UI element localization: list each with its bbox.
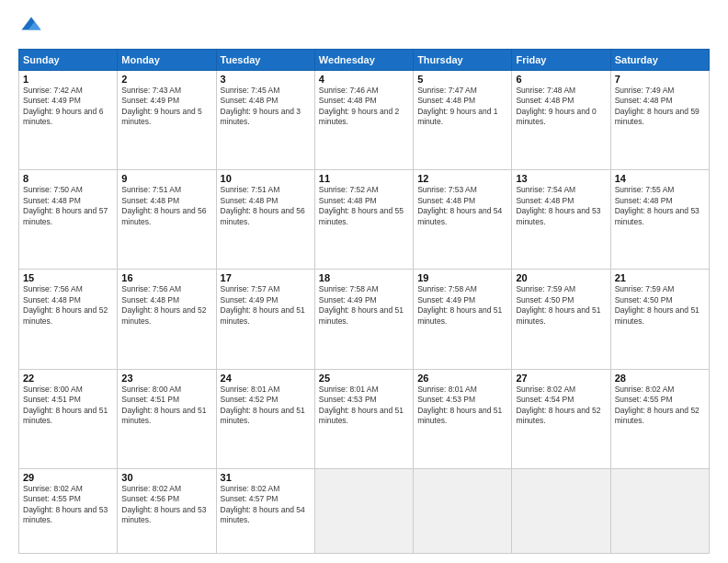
day-info: Sunrise: 8:02 AM Sunset: 4:56 PM Dayligh… (121, 484, 211, 526)
day-info: Sunrise: 8:02 AM Sunset: 4:55 PM Dayligh… (23, 484, 113, 526)
calendar-cell: 7 Sunrise: 7:49 AM Sunset: 4:48 PM Dayli… (610, 71, 709, 170)
day-info: Sunrise: 7:50 AM Sunset: 4:48 PM Dayligh… (23, 185, 113, 227)
day-info: Sunrise: 7:59 AM Sunset: 4:50 PM Dayligh… (615, 284, 705, 327)
day-number: 14 (615, 173, 705, 184)
calendar-cell: 25 Sunrise: 8:01 AM Sunset: 4:53 PM Dayl… (314, 369, 413, 468)
calendar-cell: 3 Sunrise: 7:45 AM Sunset: 4:48 PM Dayli… (216, 71, 314, 170)
day-number: 11 (319, 173, 409, 184)
calendar-cell: 1 Sunrise: 7:42 AM Sunset: 4:49 PM Dayli… (19, 71, 118, 170)
calendar-cell: 11 Sunrise: 7:52 AM Sunset: 4:48 PM Dayl… (314, 170, 413, 270)
calendar-week-row: 22 Sunrise: 8:00 AM Sunset: 4:51 PM Dayl… (19, 369, 710, 468)
day-info: Sunrise: 8:00 AM Sunset: 4:51 PM Dayligh… (121, 385, 211, 427)
calendar-cell: 9 Sunrise: 7:51 AM Sunset: 4:48 PM Dayli… (118, 170, 216, 270)
day-info: Sunrise: 7:55 AM Sunset: 4:48 PM Dayligh… (615, 185, 705, 227)
calendar-cell (512, 468, 610, 553)
day-info: Sunrise: 8:01 AM Sunset: 4:52 PM Dayligh… (221, 385, 311, 427)
calendar-cell: 16 Sunrise: 7:56 AM Sunset: 4:48 PM Dayl… (118, 270, 216, 369)
calendar-cell: 21 Sunrise: 7:59 AM Sunset: 4:50 PM Dayl… (610, 270, 709, 369)
day-info: Sunrise: 8:02 AM Sunset: 4:57 PM Dayligh… (221, 484, 311, 526)
day-info: Sunrise: 7:58 AM Sunset: 4:49 PM Dayligh… (319, 284, 409, 327)
day-number: 27 (516, 373, 606, 384)
calendar-cell: 14 Sunrise: 7:55 AM Sunset: 4:48 PM Dayl… (610, 170, 709, 270)
day-info: Sunrise: 7:54 AM Sunset: 4:48 PM Dayligh… (516, 185, 606, 227)
day-info: Sunrise: 7:42 AM Sunset: 4:49 PM Dayligh… (23, 86, 113, 128)
day-info: Sunrise: 8:01 AM Sunset: 4:53 PM Dayligh… (319, 385, 409, 427)
calendar-cell: 24 Sunrise: 8:01 AM Sunset: 4:52 PM Dayl… (216, 369, 314, 468)
day-number: 20 (516, 272, 606, 283)
day-number: 18 (319, 272, 409, 283)
calendar-cell: 28 Sunrise: 8:02 AM Sunset: 4:55 PM Dayl… (610, 369, 709, 468)
calendar-day-header: Friday (512, 50, 610, 71)
day-number: 10 (221, 173, 311, 184)
day-info: Sunrise: 8:00 AM Sunset: 4:51 PM Dayligh… (23, 385, 113, 427)
day-info: Sunrise: 7:51 AM Sunset: 4:48 PM Dayligh… (121, 185, 211, 227)
calendar-cell: 13 Sunrise: 7:54 AM Sunset: 4:48 PM Dayl… (512, 170, 610, 270)
day-number: 25 (319, 373, 409, 384)
calendar-cell: 30 Sunrise: 8:02 AM Sunset: 4:56 PM Dayl… (118, 468, 216, 553)
calendar-cell: 4 Sunrise: 7:46 AM Sunset: 4:48 PM Dayli… (314, 71, 413, 170)
calendar-cell: 31 Sunrise: 8:02 AM Sunset: 4:57 PM Dayl… (216, 468, 314, 553)
day-number: 26 (417, 373, 507, 384)
day-number: 13 (516, 173, 606, 184)
day-info: Sunrise: 7:53 AM Sunset: 4:48 PM Dayligh… (417, 185, 507, 227)
calendar-cell: 29 Sunrise: 8:02 AM Sunset: 4:55 PM Dayl… (19, 468, 118, 553)
calendar-cell: 6 Sunrise: 7:48 AM Sunset: 4:48 PM Dayli… (512, 71, 610, 170)
day-info: Sunrise: 7:57 AM Sunset: 4:49 PM Dayligh… (221, 284, 311, 327)
day-number: 21 (615, 272, 705, 283)
calendar-cell: 12 Sunrise: 7:53 AM Sunset: 4:48 PM Dayl… (414, 170, 512, 270)
calendar-cell: 2 Sunrise: 7:43 AM Sunset: 4:49 PM Dayli… (118, 71, 216, 170)
calendar-cell: 19 Sunrise: 7:58 AM Sunset: 4:49 PM Dayl… (414, 270, 512, 369)
day-number: 8 (23, 173, 113, 184)
day-number: 12 (417, 173, 507, 184)
day-number: 23 (121, 373, 211, 384)
calendar-cell: 22 Sunrise: 8:00 AM Sunset: 4:51 PM Dayl… (19, 369, 118, 468)
day-number: 2 (121, 74, 211, 85)
calendar-header-row: SundayMondayTuesdayWednesdayThursdayFrid… (19, 50, 710, 71)
day-info: Sunrise: 7:58 AM Sunset: 4:49 PM Dayligh… (417, 284, 507, 327)
calendar-cell: 20 Sunrise: 7:59 AM Sunset: 4:50 PM Dayl… (512, 270, 610, 369)
calendar-cell: 18 Sunrise: 7:58 AM Sunset: 4:49 PM Dayl… (314, 270, 413, 369)
calendar-cell: 27 Sunrise: 8:02 AM Sunset: 4:54 PM Dayl… (512, 369, 610, 468)
day-number: 24 (221, 373, 311, 384)
day-number: 5 (417, 74, 507, 85)
day-number: 30 (121, 472, 211, 483)
calendar-day-header: Monday (118, 50, 216, 71)
day-number: 3 (221, 74, 311, 85)
day-info: Sunrise: 8:02 AM Sunset: 4:54 PM Dayligh… (516, 385, 606, 427)
calendar-cell (314, 468, 413, 553)
header (18, 14, 710, 40)
calendar-day-header: Sunday (19, 50, 118, 71)
logo-icon (18, 14, 44, 40)
day-info: Sunrise: 8:01 AM Sunset: 4:53 PM Dayligh… (417, 385, 507, 427)
day-number: 9 (121, 173, 211, 184)
calendar-cell: 10 Sunrise: 7:51 AM Sunset: 4:48 PM Dayl… (216, 170, 314, 270)
calendar-day-header: Tuesday (216, 50, 314, 71)
day-number: 4 (319, 74, 409, 85)
day-number: 7 (615, 74, 705, 85)
calendar-cell (610, 468, 709, 553)
day-info: Sunrise: 7:46 AM Sunset: 4:48 PM Dayligh… (319, 86, 409, 128)
day-number: 28 (615, 373, 705, 384)
day-info: Sunrise: 7:43 AM Sunset: 4:49 PM Dayligh… (121, 86, 211, 128)
calendar-cell: 8 Sunrise: 7:50 AM Sunset: 4:48 PM Dayli… (19, 170, 118, 270)
day-info: Sunrise: 7:51 AM Sunset: 4:48 PM Dayligh… (221, 185, 311, 227)
day-number: 1 (23, 74, 113, 85)
day-info: Sunrise: 7:48 AM Sunset: 4:48 PM Dayligh… (516, 86, 606, 128)
day-number: 15 (23, 272, 113, 283)
day-number: 6 (516, 74, 606, 85)
calendar-cell: 26 Sunrise: 8:01 AM Sunset: 4:53 PM Dayl… (414, 369, 512, 468)
calendar-table: SundayMondayTuesdayWednesdayThursdayFrid… (18, 49, 710, 554)
calendar-cell: 23 Sunrise: 8:00 AM Sunset: 4:51 PM Dayl… (118, 369, 216, 468)
day-number: 16 (121, 272, 211, 283)
calendar-day-header: Saturday (610, 50, 709, 71)
calendar-week-row: 29 Sunrise: 8:02 AM Sunset: 4:55 PM Dayl… (19, 468, 710, 553)
calendar-cell (414, 468, 512, 553)
day-number: 29 (23, 472, 113, 483)
day-info: Sunrise: 7:56 AM Sunset: 4:48 PM Dayligh… (121, 284, 211, 327)
day-number: 22 (23, 373, 113, 384)
day-number: 31 (221, 472, 311, 483)
day-number: 17 (221, 272, 311, 283)
calendar-week-row: 15 Sunrise: 7:56 AM Sunset: 4:48 PM Dayl… (19, 270, 710, 369)
day-info: Sunrise: 7:47 AM Sunset: 4:48 PM Dayligh… (417, 86, 507, 128)
day-number: 19 (417, 272, 507, 283)
